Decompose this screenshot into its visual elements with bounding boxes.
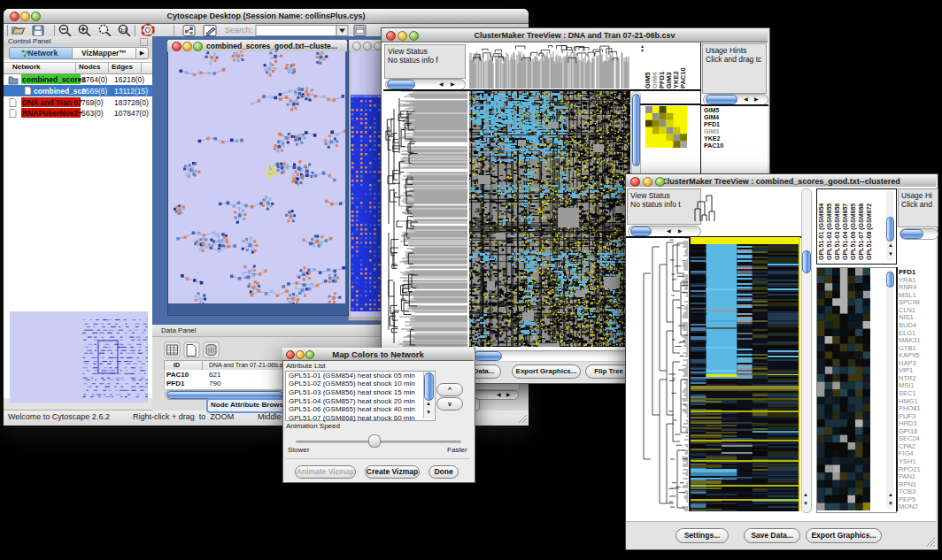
svg-text:RNAPuberNov2+: RNAPuberNov2+ — [22, 109, 82, 118]
svg-text:769(0): 769(0) — [81, 98, 104, 107]
svg-text:183728(0): 183728(0) — [114, 98, 149, 107]
svg-text:MON2: MON2 — [899, 502, 918, 510]
svg-text:1:1: 1:1 — [120, 27, 127, 33]
svg-text:combined_scores: combined_scores — [22, 75, 87, 84]
svg-text:16218(0): 16218(0) — [114, 75, 144, 84]
svg-text:13112(15): 13112(15) — [114, 87, 148, 96]
svg-text:563(0): 563(0) — [81, 109, 104, 118]
svg-text:2569(6): 2569(6) — [81, 87, 107, 96]
svg-text:combined_sco: combined_sco — [34, 87, 87, 96]
svg-text:Search:: Search: — [225, 26, 252, 35]
svg-text:2764(0): 2764(0) — [81, 75, 107, 84]
svg-text:107847(0): 107847(0) — [114, 109, 149, 118]
svg-text:DNA and Tran 07: DNA and Tran 07 — [22, 98, 82, 107]
